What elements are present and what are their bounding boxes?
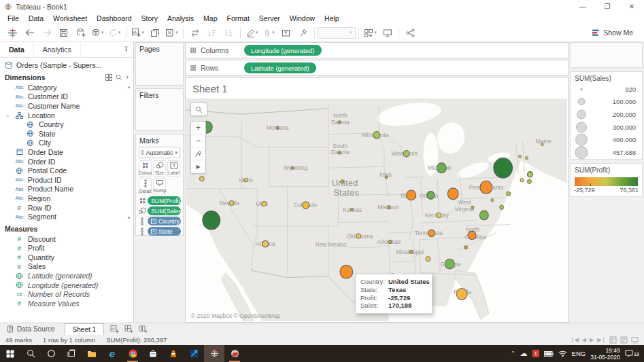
scroll-up-icon[interactable]: ▲ <box>127 84 131 89</box>
tooltip-button[interactable]: Tooltip <box>153 178 166 194</box>
mark-type-dropdown[interactable]: Automatic ▾ <box>139 147 180 158</box>
measure-quantity[interactable]: #Quantity <box>0 253 133 262</box>
minimize-icon[interactable]: — <box>571 0 595 13</box>
size-legend-item[interactable]: 100,000 <box>571 96 642 109</box>
mark-kentucky[interactable] <box>437 213 441 217</box>
presentation-view-icon[interactable] <box>631 336 639 344</box>
fit-dropdown[interactable]: ▾ <box>318 27 356 39</box>
dimension-customer-id[interactable]: AbcCustomer ID <box>0 92 133 102</box>
dimension-category[interactable]: AbcCategory <box>0 83 133 92</box>
zoom-home-button[interactable] <box>191 147 205 160</box>
filters-shelf[interactable]: Filters <box>135 88 184 131</box>
mark-rhode-island[interactable] <box>527 179 531 183</box>
mark-delaware[interactable] <box>500 205 504 209</box>
duplicate-button[interactable] <box>146 25 163 40</box>
show-me-button[interactable]: Show Me <box>592 29 640 37</box>
measure-sales[interactable]: #Sales <box>0 262 133 272</box>
label-button[interactable]: Label <box>167 160 180 177</box>
mark-south-carolina[interactable] <box>464 246 468 249</box>
mark-oregon[interactable] <box>199 176 204 181</box>
dimension-country[interactable]: Country <box>0 120 133 129</box>
menu-file[interactable]: File <box>3 14 24 22</box>
mark-alabama[interactable] <box>426 257 430 261</box>
mark-tennessee[interactable] <box>428 230 435 237</box>
dimension-segment[interactable]: AbcSegment <box>0 212 133 221</box>
mark-ohio[interactable] <box>447 188 458 200</box>
dimension-order-id[interactable]: AbcOrder ID <box>0 157 133 166</box>
new-story-icon[interactable] <box>139 325 148 333</box>
pager-last-icon[interactable]: ▶❘ <box>597 337 606 343</box>
edge-button[interactable]: e <box>102 345 122 362</box>
detail-button[interactable]: Detail <box>139 178 152 194</box>
mark-virginia[interactable] <box>479 211 488 220</box>
update-badge-icon[interactable]: 1 <box>532 350 539 357</box>
color-legend[interactable]: SUM(Profit) -25,729 76,381 <box>570 163 643 197</box>
mark-new-hampshire[interactable] <box>525 156 528 159</box>
map-view[interactable]: MontanaNorthDakotaSouthDakotaWyomingIdah… <box>186 98 567 321</box>
mark-wisconsin[interactable] <box>403 150 409 156</box>
mark-florida[interactable] <box>456 288 467 300</box>
action-center-button[interactable]: 18 <box>625 350 639 357</box>
logo-button[interactable] <box>4 25 21 40</box>
mark-pennsylvania[interactable] <box>480 181 492 194</box>
mark-michigan[interactable] <box>437 163 446 173</box>
menu-help[interactable]: Help <box>320 14 344 22</box>
undo-button[interactable] <box>21 25 38 40</box>
tab-data[interactable]: Data <box>0 42 34 57</box>
pin-icon[interactable] <box>123 42 133 57</box>
dimension-city[interactable]: City <box>0 139 133 148</box>
menu-window[interactable]: Window <box>285 14 320 22</box>
measure-measure-values[interactable]: #Measure Values <box>0 299 133 308</box>
pages-shelf[interactable]: Pages <box>135 42 184 86</box>
mark-california[interactable] <box>203 211 220 230</box>
swap-button[interactable] <box>186 25 203 40</box>
mark-kansas[interactable] <box>350 208 353 211</box>
mark-new-jersey[interactable] <box>507 192 511 196</box>
mark-indiana[interactable] <box>427 192 435 200</box>
onedrive-icon[interactable]: ☁ <box>520 349 528 358</box>
reader-view-icon[interactable] <box>620 336 628 344</box>
mark-massachusetts[interactable] <box>527 172 532 177</box>
sort-asc-button[interactable] <box>203 25 220 40</box>
start-button[interactable] <box>0 345 20 362</box>
task-view-button[interactable] <box>61 345 82 362</box>
mark-colorado[interactable] <box>303 202 309 209</box>
mark-new-york[interactable] <box>494 158 513 179</box>
wifi-icon[interactable] <box>558 350 567 357</box>
menu-server[interactable]: Server <box>254 14 285 22</box>
menu-format[interactable]: Format <box>222 14 254 22</box>
zoom-out-button[interactable]: − <box>191 134 205 147</box>
mark-texas[interactable] <box>340 265 353 278</box>
chrome-button[interactable] <box>122 345 143 362</box>
store-button[interactable] <box>143 345 163 362</box>
dimension-postal-code[interactable]: Postal Code <box>0 166 133 175</box>
menu-dashboard[interactable]: Dashboard <box>92 14 136 22</box>
size-button[interactable]: Size <box>153 160 166 177</box>
mark-iowa[interactable] <box>385 176 388 179</box>
mark-mississippi[interactable] <box>409 250 413 253</box>
mark-west-virginia[interactable] <box>471 206 474 209</box>
dimension-customer-name[interactable]: AbcCustomer Name <box>0 101 133 111</box>
language-indicator[interactable]: ENG <box>572 350 586 357</box>
find-field-icon[interactable] <box>116 74 122 81</box>
size-legend-item[interactable]: 920 <box>571 83 642 96</box>
mark-idaho[interactable] <box>244 179 248 182</box>
dimension-region[interactable]: AbcRegion <box>0 194 133 203</box>
file-explorer-button[interactable] <box>82 345 102 362</box>
size-legend-item[interactable]: 400,000 <box>571 133 642 146</box>
map-tools-expand-button[interactable]: ▶ <box>191 160 205 173</box>
pane-menu-icon[interactable]: ▾ <box>126 75 129 80</box>
taskbar-search-button[interactable] <box>20 345 41 362</box>
mark-nebraska[interactable] <box>341 180 344 183</box>
pill-country[interactable]: +Country <box>148 217 181 225</box>
tray-expand-icon[interactable]: ⌃ <box>511 350 515 357</box>
new-dashboard-icon[interactable] <box>124 325 134 333</box>
cortana-button[interactable] <box>41 345 61 362</box>
new-sheet-button[interactable]: ▾ <box>129 25 146 40</box>
columns-shelf[interactable]: Columns Longitude (generated) <box>185 42 569 58</box>
mark-connecticut[interactable] <box>520 179 524 182</box>
mark-minnesota[interactable] <box>373 132 380 139</box>
pill-longitude[interactable]: Longitude (generated) <box>244 45 322 56</box>
mark-wyoming[interactable] <box>291 166 294 169</box>
normal-view-icon[interactable] <box>609 336 617 344</box>
